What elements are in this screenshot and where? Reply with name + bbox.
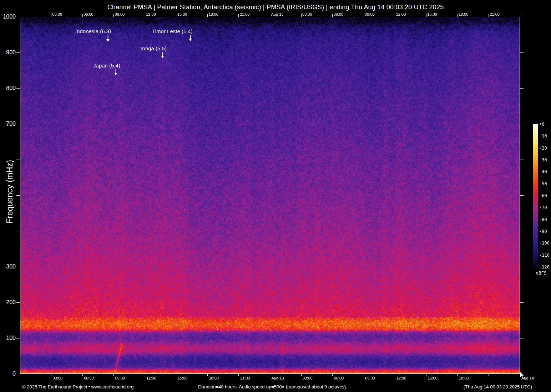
- time-tick-label: 06:00: [84, 376, 94, 380]
- freq-tick-label: 200: [1, 300, 16, 305]
- time-tick-label: 18:00: [208, 12, 218, 16]
- time-tick: [82, 14, 83, 17]
- down-arrow-icon: [114, 69, 118, 77]
- time-tick: [457, 14, 458, 17]
- time-tick-label: 15:00: [428, 376, 438, 380]
- time-tick: [51, 14, 51, 17]
- time-tick-label: 18:00: [459, 12, 469, 16]
- time-tick-label: Aug 13: [271, 12, 284, 16]
- time-tick-label: 06:00: [334, 12, 344, 16]
- colorbar-tick-label: -100: [539, 241, 550, 246]
- colorbar-tick-label: -60: [539, 194, 547, 198]
- colorbar-tick-label: -40: [539, 170, 547, 174]
- time-tick: [364, 374, 364, 376]
- freq-tick: [16, 124, 20, 124]
- freq-tick: [16, 160, 20, 160]
- freq-tick-label: 300: [1, 264, 16, 270]
- spectrogram-app: Channel PMSA | Palmer Station, Antarctic…: [0, 0, 551, 392]
- freq-tick: [520, 160, 524, 160]
- event-annotation-label: Japan (5.4): [93, 63, 120, 69]
- time-tick: [176, 374, 176, 376]
- time-tick: [426, 374, 426, 376]
- time-tick: [238, 374, 239, 376]
- time-tick: [489, 14, 489, 17]
- down-arrow-icon: [106, 35, 110, 43]
- colorbar-tick-label: +0: [539, 122, 544, 127]
- event-annotation-label: Tonga (5.5): [140, 46, 167, 51]
- time-tick-label: 03:00: [302, 12, 312, 16]
- time-tick: [301, 374, 302, 376]
- time-tick: [301, 14, 302, 17]
- freq-tick: [520, 88, 524, 89]
- mouse-cursor: [520, 372, 525, 381]
- time-tick: [364, 14, 364, 17]
- event-annotation-label: Timor Leste (5.4): [152, 29, 193, 34]
- time-tick-label: 21:00: [240, 12, 250, 16]
- event-annotation-label: Indonesia (6.3): [75, 29, 111, 34]
- time-tick: [113, 374, 114, 376]
- freq-tick: [520, 267, 524, 267]
- time-tick: [520, 12, 520, 17]
- freq-tick: [16, 302, 20, 303]
- freq-tick: [16, 195, 20, 196]
- colorbar-tick-label: -110: [539, 253, 550, 258]
- footer-end-time: (Thu Aug 14 00:03:20 2025 UTC): [464, 384, 532, 390]
- time-tick: [395, 14, 395, 17]
- time-tick-label: 12:00: [396, 376, 406, 380]
- colorbar-tick-label: -50: [539, 182, 547, 186]
- time-tick: [270, 12, 270, 17]
- freq-tick: [16, 17, 20, 17]
- freq-tick: [520, 302, 524, 303]
- time-tick: [113, 14, 114, 17]
- freq-tick: [16, 374, 20, 374]
- time-tick-label: 03:00: [52, 12, 62, 16]
- freq-tick: [16, 88, 20, 89]
- time-tick: [457, 374, 458, 376]
- colorbar-tick-label: -20: [539, 146, 547, 151]
- freq-tick: [520, 17, 524, 17]
- time-tick: [395, 374, 395, 376]
- time-tick-label: 09:00: [365, 376, 375, 380]
- down-arrow-icon: [161, 52, 165, 60]
- time-tick: [145, 14, 145, 17]
- time-tick-label: 18:00: [459, 376, 469, 380]
- time-tick: [238, 14, 239, 17]
- freq-tick-label: 1000: [1, 14, 16, 20]
- time-tick-label: 15:00: [177, 12, 187, 16]
- time-tick-label: 21:00: [240, 376, 250, 380]
- time-tick-label: 21:00: [490, 12, 500, 16]
- time-tick: [332, 374, 333, 376]
- time-tick-label: 18:00: [209, 376, 219, 380]
- time-tick-label: 06:00: [84, 12, 93, 16]
- colorbar-tick-label: -10: [539, 134, 547, 139]
- colorbar-tick-label: -90: [539, 229, 547, 234]
- colorbar-tick-label: -120: [539, 265, 550, 270]
- freq-tick-label: 900: [1, 50, 16, 55]
- freq-tick-label: 0: [1, 371, 16, 377]
- footer-duration-info: Duration=48 hours. Audio speed-up=500× (…: [198, 384, 347, 390]
- time-tick-label: 15:00: [427, 12, 437, 16]
- freq-tick: [16, 338, 20, 338]
- freq-tick-label: 100: [1, 335, 16, 341]
- freq-tick: [520, 338, 524, 338]
- time-tick: [207, 374, 208, 376]
- freq-tick: [520, 231, 524, 231]
- time-tick: [207, 14, 208, 17]
- freq-tick: [16, 267, 20, 267]
- y-axis-title: Frequency (mHz): [5, 160, 15, 223]
- spectrogram-canvas: [20, 17, 520, 374]
- freq-tick: [520, 124, 524, 124]
- time-tick-label: 06:00: [334, 376, 344, 380]
- colorbar-unit-label: dBFS: [536, 271, 546, 276]
- time-tick: [270, 374, 270, 379]
- time-tick: [489, 374, 489, 376]
- time-tick-label: 12:00: [146, 376, 156, 380]
- time-tick: [51, 374, 51, 376]
- time-tick-label: 15:00: [178, 376, 188, 380]
- colorbar-tick-label: -30: [539, 158, 547, 162]
- freq-tick: [520, 52, 524, 53]
- freq-tick: [520, 195, 524, 196]
- down-arrow-icon: [188, 35, 192, 42]
- time-tick-label: Aug 13: [272, 376, 284, 380]
- time-tick-label: 09:00: [115, 12, 125, 16]
